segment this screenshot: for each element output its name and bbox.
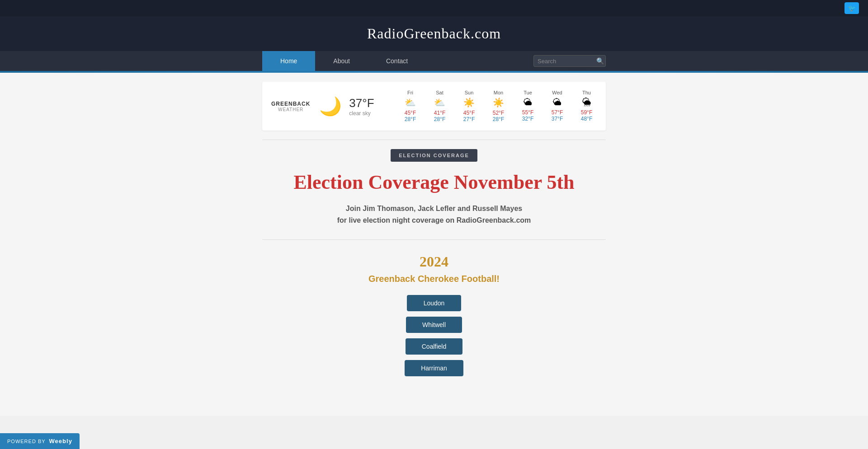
forecast-day: Wed 🌥 57°F 37°F (547, 90, 567, 122)
forecast-day-label: Sat (429, 90, 450, 95)
nav-item-contact[interactable]: Contact (368, 51, 426, 71)
election-subtitle-line1: Join Jim Thomason, Jack Lefler and Russe… (346, 205, 522, 212)
weather-current: 37°F clear sky (349, 96, 374, 117)
powered-by-text: POWERED BY (7, 439, 46, 444)
forecast-high: 45°F (459, 110, 479, 116)
nav-item-about[interactable]: About (315, 51, 368, 71)
weather-label: WEATHER (271, 107, 310, 112)
forecast-low: 48°F (576, 116, 597, 122)
forecast-day-icon: 🌥 (518, 97, 538, 108)
forecast-day: Sat ⛅ 41°F 28°F (429, 90, 450, 122)
election-subtitle: Join Jim Thomason, Jack Lefler and Russe… (337, 203, 531, 226)
forecast-day-label: Sun (459, 90, 479, 95)
forecast-day: Sun ☀️ 45°F 27°F (459, 90, 479, 122)
header-bottom-line (0, 71, 868, 73)
forecast-low: 28°F (488, 116, 509, 122)
forecast-day: Tue 🌥 55°F 32°F (518, 90, 538, 122)
nav-inner: Home About Contact 🔍 (262, 51, 606, 71)
forecast-day: Mon ☀️ 52°F 28°F (488, 90, 509, 122)
nav-search-container: 🔍 (533, 55, 606, 67)
main-content: GREENBACK WEATHER 🌙 37°F clear sky Fri ⛅… (0, 73, 868, 416)
nav-item-home[interactable]: Home (262, 51, 315, 71)
weather-widget: GREENBACK WEATHER 🌙 37°F clear sky Fri ⛅… (262, 82, 606, 131)
weather-forecast: Fri ⛅ 45°F 28°F Sat ⛅ 41°F 28°F Sun ☀️ 4… (400, 90, 597, 122)
forecast-day-icon: 🌦 (576, 97, 597, 108)
powered-by-footer: POWERED BY Weebly (0, 433, 80, 449)
election-subtitle-line2: for live election night coverage on Radi… (337, 216, 531, 224)
weather-desc: clear sky (349, 110, 374, 117)
football-heading: Greenback Cherokee Football! (368, 274, 500, 284)
forecast-low: 28°F (429, 116, 450, 122)
search-button[interactable]: 🔍 (596, 57, 604, 65)
header: RadioGreenback.com Home About Contact 🔍 (0, 16, 868, 73)
football-buttons: LoudonWhitwellCoalfieldHarriman (405, 295, 463, 382)
forecast-low: 28°F (400, 116, 420, 122)
top-bar: 🐦 (0, 0, 868, 16)
forecast-day-label: Tue (518, 90, 538, 95)
weather-current-icon: 🌙 (319, 96, 342, 117)
game-button[interactable]: Whitwell (406, 317, 462, 333)
forecast-low: 27°F (459, 116, 479, 122)
nav: Home About Contact 🔍 (0, 51, 868, 71)
forecast-high: 57°F (547, 109, 567, 116)
forecast-day: Fri ⛅ 45°F 28°F (400, 90, 420, 122)
forecast-high: 45°F (400, 110, 420, 116)
forecast-low: 37°F (547, 116, 567, 122)
divider-2 (262, 239, 606, 240)
divider-1 (262, 140, 606, 140)
year-heading: 2024 (420, 253, 448, 270)
forecast-high: 52°F (488, 110, 509, 116)
forecast-day-icon: ☀️ (459, 97, 479, 108)
forecast-low: 32°F (518, 116, 538, 122)
election-title: Election Coverage November 5th (293, 171, 574, 194)
forecast-day-icon: ⛅ (429, 97, 450, 108)
forecast-day-label: Mon (488, 90, 509, 95)
election-badge[interactable]: ELECTION COVERAGE (391, 149, 477, 162)
weebly-brand: Weebly (49, 438, 72, 444)
weather-city: GREENBACK (271, 101, 310, 107)
forecast-day-label: Thu (576, 90, 597, 95)
forecast-high: 41°F (429, 110, 450, 116)
forecast-day-icon: ☀️ (488, 97, 509, 108)
game-button[interactable]: Coalfield (406, 338, 462, 355)
search-input[interactable] (538, 58, 596, 65)
forecast-day-label: Wed (547, 90, 567, 95)
site-title: RadioGreenback.com (367, 25, 501, 42)
weather-temp: 37°F (349, 96, 374, 110)
twitter-button[interactable]: 🐦 (844, 2, 859, 14)
forecast-high: 55°F (518, 109, 538, 116)
forecast-day-icon: 🌥 (547, 97, 567, 108)
game-button[interactable]: Harriman (405, 360, 463, 376)
weather-location: GREENBACK WEATHER (271, 101, 310, 112)
forecast-day-label: Fri (400, 90, 420, 95)
forecast-high: 59°F (576, 109, 597, 116)
forecast-day: Thu 🌦 59°F 48°F (576, 90, 597, 122)
twitter-icon: 🐦 (848, 5, 856, 12)
forecast-day-icon: ⛅ (400, 97, 420, 108)
game-button[interactable]: Loudon (407, 295, 461, 311)
